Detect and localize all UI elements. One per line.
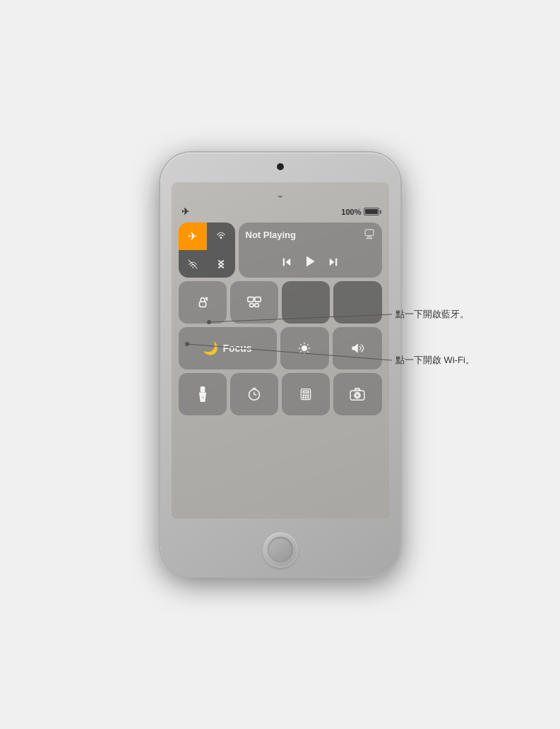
front-camera	[278, 164, 283, 170]
svg-rect-13	[255, 304, 259, 307]
hotspot-icon	[215, 230, 227, 243]
svg-marker-7	[330, 258, 335, 266]
airplay-icon[interactable]	[364, 228, 375, 242]
wifi-annotation-text: 點一下開啟 Wi-Fi。	[395, 355, 475, 365]
hotspot-button[interactable]	[207, 223, 235, 250]
focus-label: Focus	[222, 343, 251, 354]
orientation-lock-button[interactable]	[179, 281, 227, 324]
status-bar: ✈ 100%	[172, 203, 389, 220]
svg-rect-8	[335, 258, 337, 266]
ipod-touch-device: ⌄ ✈ 100%	[160, 153, 400, 576]
svg-line-19	[300, 344, 302, 345]
control-center: ⌄ ✈ 100%	[172, 182, 389, 518]
battery-percent: 100%	[341, 208, 361, 216]
now-playing-header: Not Playing	[246, 228, 375, 242]
svg-point-38	[308, 397, 309, 398]
airplane-mode-icon: ✈	[181, 206, 189, 217]
bluetooth-annotation-text: 點一下開啟藍牙。	[395, 309, 469, 319]
prev-button[interactable]	[280, 256, 293, 271]
svg-line-22	[300, 351, 302, 352]
now-playing-block[interactable]: Not Playing	[239, 223, 382, 278]
svg-point-34	[305, 395, 306, 396]
svg-rect-10	[248, 297, 254, 302]
svg-marker-6	[306, 256, 315, 267]
cc-grid: ✈	[172, 220, 389, 518]
svg-marker-23	[352, 343, 357, 352]
svg-point-0	[220, 237, 222, 239]
row-quick-controls	[179, 281, 382, 324]
svg-point-35	[308, 395, 309, 396]
svg-rect-5	[283, 258, 285, 266]
battery-fill	[365, 209, 378, 214]
svg-point-1	[191, 266, 193, 268]
play-button[interactable]	[303, 254, 317, 272]
home-button-inner	[268, 537, 293, 562]
screen: ⌄ ✈ 100%	[172, 182, 389, 518]
extra-control-3[interactable]	[282, 281, 330, 324]
extra-control-4[interactable]	[333, 281, 381, 324]
bluetooth-button[interactable]	[207, 250, 235, 278]
svg-rect-24	[200, 386, 205, 392]
network-block: ✈	[179, 223, 235, 278]
flashlight-button[interactable]	[179, 373, 227, 415]
battery-icon	[364, 208, 379, 215]
svg-line-20	[307, 351, 309, 352]
svg-rect-12	[249, 304, 253, 307]
next-button[interactable]	[327, 256, 340, 271]
timer-button[interactable]	[230, 373, 278, 415]
calculator-button[interactable]	[282, 373, 330, 415]
bluetooth-icon	[216, 257, 226, 271]
wifi-button[interactable]	[179, 250, 207, 278]
volume-button[interactable]	[333, 327, 382, 369]
svg-point-26	[201, 396, 203, 398]
brightness-button[interactable]	[280, 327, 330, 369]
camera-button[interactable]	[333, 373, 381, 415]
svg-rect-32	[303, 391, 309, 393]
row-focus-sliders: 🌙 Focus	[179, 327, 382, 369]
svg-point-33	[303, 395, 304, 396]
svg-rect-11	[255, 297, 261, 302]
svg-point-37	[305, 397, 306, 398]
svg-point-41	[356, 393, 359, 397]
pull-indicator: ⌄	[172, 182, 389, 203]
row-tools	[179, 373, 382, 415]
svg-marker-4	[286, 258, 291, 266]
svg-point-14	[302, 346, 307, 351]
svg-point-36	[303, 397, 304, 398]
now-playing-controls	[246, 254, 375, 272]
device-wrapper: ⌄ ✈ 100%	[0, 0, 560, 729]
row-network-nowplaying: ✈	[179, 223, 382, 278]
now-playing-title: Not Playing	[246, 230, 297, 240]
home-button[interactable]	[263, 533, 297, 567]
focus-moon-icon: 🌙	[203, 340, 218, 356]
wifi-icon	[186, 258, 199, 271]
svg-line-21	[307, 344, 309, 345]
svg-rect-9	[199, 302, 205, 307]
airplane-icon: ✈	[188, 230, 197, 243]
screen-mirror-button[interactable]	[230, 281, 278, 324]
airplane-mode-button[interactable]: ✈	[179, 223, 207, 250]
focus-button[interactable]: 🌙 Focus	[179, 327, 277, 369]
battery-area: 100%	[341, 208, 379, 216]
